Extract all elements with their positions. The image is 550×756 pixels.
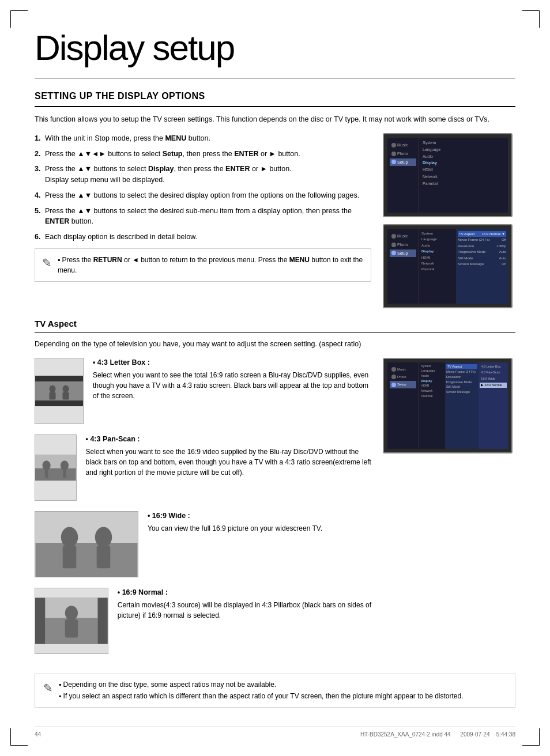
step-1: 1. With the unit in Stop mode, press the… [35, 133, 371, 144]
cat3-network: Network [421, 389, 443, 394]
letterbox-image [35, 358, 84, 424]
svg-rect-7 [63, 392, 69, 399]
corner-bl [10, 728, 28, 746]
page-number: 44 [35, 731, 41, 739]
corner-tl [10, 10, 28, 28]
wide-desc: • 16:9 Wide : You can view the full 16:9… [148, 511, 322, 577]
display-options-panel: TV Aspect16:9 Normal ▼ Movie Frame (24 F… [456, 229, 508, 304]
section2-heading: TV Aspect [35, 317, 515, 333]
svg-rect-28 [65, 619, 78, 637]
note-bullet-1: ▪ Depending on the disc type, some aspec… [59, 680, 464, 690]
note-box-2: ✎ ▪ Depending on the disc type, some asp… [35, 674, 515, 708]
panscan-svg [35, 435, 76, 500]
tv-screen-2: Music Photo Setup System Language Audio [383, 224, 513, 308]
svg-rect-2 [35, 400, 83, 406]
panscan-desc: • 4:3 Pan-Scan : Select when you want to… [86, 434, 371, 501]
opt-resolution: Resolution1080p [458, 243, 506, 249]
letterbox-desc: • 4:3 Letter Box : Select when you want … [93, 358, 371, 424]
cat-network: Network [423, 174, 504, 180]
aspect-item-letterbox: • 4:3 Letter Box : Select when you want … [35, 358, 371, 424]
tv-inner-1: Music Photo Setup System Language Audio [387, 138, 508, 213]
page-footer: 44 HT-BD3252A_XAA_0724-2.indd 44 2009-07… [35, 727, 515, 739]
menu-sidebar-3: Music Photo Setup [387, 362, 419, 449]
cat2-system: System [421, 231, 454, 236]
tv-screen-1: Music Photo Setup System Language Audio [383, 133, 513, 217]
opts-panel-3: TV Aspect Movie Frame (24 Fs) Resolution… [445, 362, 479, 449]
normal-label: • 16:9 Normal : [118, 588, 371, 598]
menu-main-2: System Language Audio Display HDMI Netwo… [419, 229, 456, 304]
setup-icon [391, 160, 396, 164]
menu-main-1: System Language Audio Display HDMI Netwo… [419, 138, 508, 213]
footer-file-info: HT-BD3252A_XAA_0724-2.indd 44 2009-07-24… [360, 731, 515, 739]
sub3-panscan: 4:3 Pan-Scan [480, 370, 507, 376]
cat-language: Language [423, 147, 504, 153]
opt3-tv-aspect: TV Aspect [446, 364, 477, 370]
sidebar-photo-3: Photo [390, 373, 416, 380]
step-4: 4. Press the ▲▼ buttons to select the de… [35, 190, 371, 201]
cat2-language: Language [421, 237, 454, 241]
sub3-letterbox: 4:3 Letter Box [480, 364, 507, 370]
main-content: 1. With the unit in Stop mode, press the… [35, 133, 515, 308]
photo-icon-3 [391, 375, 396, 379]
menu-sidebar-2: Music Photo Setup [387, 229, 419, 304]
cat3-audio: Audio [421, 374, 443, 379]
setup-icon-2 [391, 251, 396, 255]
wide-svg [35, 512, 138, 577]
sidebar-music: Music [390, 141, 416, 149]
aspect-item-normal: • 16:9 Normal : Certain movies(4:3 sourc… [35, 588, 371, 654]
section2-intro: Depending on the type of television you … [35, 339, 515, 350]
sidebar-music-3: Music [390, 366, 416, 373]
photo-icon-2 [391, 243, 396, 247]
corner-tr [522, 10, 540, 28]
svg-point-21 [95, 527, 112, 547]
panscan-text: Select when you want to see the 16:9 vid… [86, 447, 371, 478]
opt-still-mode: Still ModeAuto [458, 255, 506, 261]
aspect-section: • 4:3 Letter Box : Select when you want … [35, 358, 515, 664]
photo-icon [391, 152, 396, 156]
setup-icon-3 [391, 383, 396, 387]
wide-text: You can view the full 16:9 picture on yo… [148, 523, 322, 534]
tv-screen-3: Music Photo Setup System Language Audio [383, 358, 513, 453]
music-icon-3 [391, 367, 396, 372]
note-bullet-2: ▪ If you select an aspect ratio which is… [59, 691, 464, 701]
corner-br [522, 728, 540, 746]
opt3-movie: Movie Frame (24 Fs) [446, 370, 477, 375]
normal-svg [35, 588, 108, 653]
cat2-audio: Audio [421, 243, 454, 248]
cat2-network: Network [421, 261, 454, 266]
tv-inner-3: Music Photo Setup System Language Audio [387, 362, 508, 449]
note-text-2: ▪ Depending on the disc type, some aspec… [59, 680, 464, 702]
svg-point-27 [65, 606, 78, 620]
normal-text: Certain movies(4:3 source) will be displ… [118, 600, 371, 621]
letterbox-text: Select when you want to see the total 16… [93, 370, 371, 401]
wide-label: • 16:9 Wide : [148, 511, 322, 521]
opt3-still: Still Mode [446, 385, 477, 390]
note-icon-1: ✎ [42, 255, 52, 271]
sidebar-photo: Photo [390, 150, 416, 158]
opt-movie-frame: Movie Frame (24 Fs)Off [458, 237, 506, 243]
step-3: 3. Press the ▲▼ buttons to select Displa… [35, 164, 371, 186]
svg-point-12 [43, 460, 51, 470]
sidebar-setup-2: Setup [390, 250, 416, 258]
svg-rect-18 [36, 512, 138, 543]
menu-sidebar-1: Music Photo Setup [387, 138, 419, 213]
svg-rect-10 [35, 468, 76, 481]
svg-rect-15 [63, 470, 66, 478]
step-5: 5. Press the ▲▼ buttons to select the de… [35, 206, 371, 228]
sub3-wide: 16:9 Wide [480, 376, 507, 382]
note-icon-2: ✎ [43, 680, 53, 696]
screens-column: Music Photo Setup System Language Audio [383, 133, 515, 308]
svg-point-14 [61, 460, 69, 470]
cat3-hdmi: HDMI [421, 384, 443, 388]
svg-rect-13 [45, 470, 48, 478]
svg-rect-1 [35, 376, 83, 381]
aspect-left-col: • 4:3 Letter Box : Select when you want … [35, 358, 371, 664]
opt-tv-aspect: TV Aspect16:9 Normal ▼ [458, 231, 506, 237]
note-box-1: ✎ ▪ Press the RETURN or ◄ button to retu… [35, 248, 371, 282]
opt-screen-msg: Screen MessageOn [458, 261, 506, 267]
aspect-item-wide: • 16:9 Wide : You can view the full 16:9… [35, 511, 371, 577]
cat3-language: Language [421, 369, 443, 373]
opt3-prog: Progressive Mode [446, 380, 477, 385]
music-icon-2 [391, 234, 396, 239]
panscan-label: • 4:3 Pan-Scan : [86, 434, 371, 445]
